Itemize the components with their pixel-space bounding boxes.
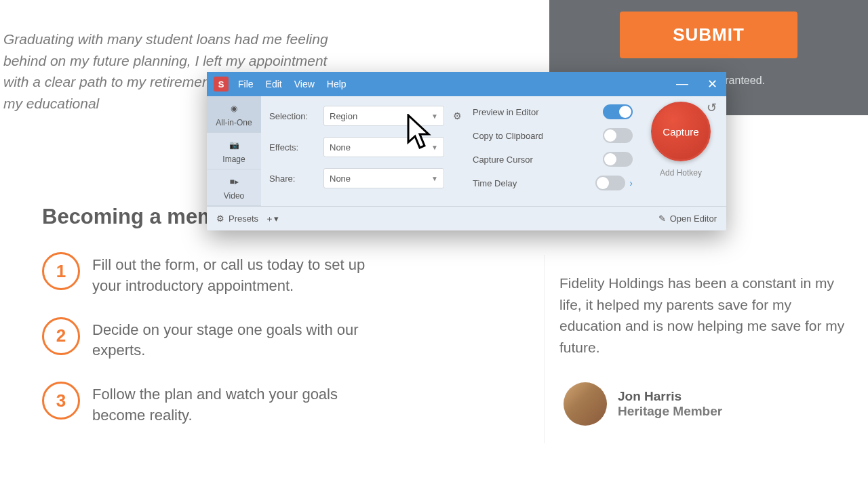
open-editor-label: Open Editor [670, 214, 717, 224]
chevron-down-icon: ▼ [431, 113, 438, 120]
section-title: Becoming a mem [42, 205, 216, 229]
delay-toggle[interactable] [595, 176, 625, 190]
plus-icon: ＋▾ [265, 213, 279, 225]
edit-icon: ✎ [658, 214, 666, 224]
chevron-right-icon[interactable]: › [629, 178, 633, 188]
selection-value: Region [330, 111, 357, 121]
camera-icon: 📷 [227, 138, 241, 152]
share-value: None [330, 174, 351, 184]
menu-help[interactable]: Help [327, 79, 347, 89]
avatar [564, 382, 607, 426]
gear-icon[interactable]: ⚙ [450, 110, 465, 121]
titlebar[interactable]: S File Edit View Help — ✕ [207, 72, 726, 96]
presets-label: Presets [229, 214, 258, 224]
step-text-3: Follow the plan and watch your goals bec… [92, 382, 381, 426]
target-icon: ◉ [227, 102, 241, 115]
mode-all-in-one[interactable]: ◉ All-in-One [207, 96, 261, 133]
mode-image[interactable]: 📷 Image [207, 133, 261, 169]
menu-file[interactable]: File [238, 79, 254, 89]
capture-button[interactable]: Capture [651, 102, 711, 161]
close-icon[interactable]: ✕ [705, 77, 719, 92]
selection-label: Selection: [269, 111, 318, 121]
menu-edit[interactable]: Edit [266, 79, 282, 89]
video-icon: ■▸ [227, 175, 241, 188]
effects-value: None [330, 142, 351, 152]
step-3: 3 Follow the plan and watch your goals b… [42, 382, 381, 426]
mode-label: All-in-One [216, 118, 252, 127]
step-2: 2 Decide on your stage one goals with ou… [42, 317, 381, 362]
share-dropdown[interactable]: None ▼ [323, 168, 444, 188]
open-editor-button[interactable]: ✎ Open Editor [658, 214, 717, 224]
presets-button[interactable]: ⚙ Presets ＋▾ [216, 213, 279, 225]
delay-label: Time Delay [473, 178, 517, 188]
testimonial-text: Fidelity Holdings has been a constant in… [559, 272, 856, 358]
undo-icon[interactable]: ↺ [707, 100, 717, 115]
chevron-down-icon: ▼ [431, 175, 438, 182]
menu-view[interactable]: View [294, 79, 315, 89]
preview-toggle[interactable] [603, 104, 633, 119]
mode-video[interactable]: ■▸ Video [207, 169, 261, 206]
step-number-3: 3 [42, 382, 80, 420]
step-text-2: Decide on your stage one goals with our … [92, 317, 381, 362]
add-hotkey-link[interactable]: Add Hotkey [660, 168, 702, 178]
selection-dropdown[interactable]: Region ▼ [323, 106, 444, 126]
testimonial-card: Fidelity Holdings has been a constant in… [544, 255, 868, 443]
cursor-toggle[interactable] [603, 152, 633, 167]
effects-label: Effects: [269, 142, 318, 152]
author-title: Heritage Member [618, 404, 722, 419]
clipboard-label: Copy to Clipboard [473, 131, 543, 141]
share-label: Share: [269, 174, 318, 184]
mode-label: Image [222, 155, 245, 164]
mode-label: Video [224, 191, 244, 201]
minimize-icon[interactable]: — [675, 77, 690, 92]
cursor-label: Capture Cursor [473, 155, 533, 165]
snagit-window: S File Edit View Help — ✕ ◉ All-in-One 📷… [207, 72, 726, 230]
step-text-1: Fill out the form, or call us today to s… [92, 252, 381, 297]
preview-label: Preview in Editor [473, 107, 539, 117]
step-number-2: 2 [42, 317, 80, 355]
effects-dropdown[interactable]: None ▼ [323, 137, 444, 157]
gear-icon: ⚙ [216, 214, 224, 224]
clipboard-toggle[interactable] [603, 128, 633, 143]
step-number-1: 1 [42, 252, 80, 290]
app-icon: S [214, 77, 229, 92]
step-1: 1 Fill out the form, or call us today to… [42, 252, 381, 297]
submit-button[interactable]: SUBMIT [620, 12, 797, 58]
chevron-down-icon: ▼ [431, 144, 438, 151]
author-name: Jon Harris [618, 389, 722, 404]
